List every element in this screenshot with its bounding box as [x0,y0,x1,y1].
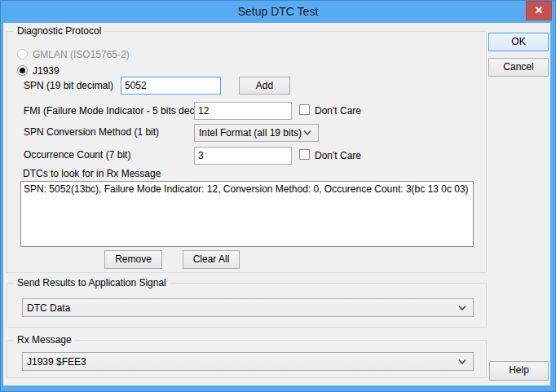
fmi-dont-care-checkbox[interactable] [299,104,310,115]
conversion-method-dropdown[interactable]: Intel Format (all 19 bits) [194,124,319,142]
fmi-input[interactable] [194,102,292,120]
cancel-button[interactable]: Cancel [488,58,549,77]
clear-all-button[interactable]: Clear All [183,250,240,269]
chevron-down-icon [458,359,466,364]
gmlan-radio [17,49,28,59]
dialog-client-area: Diagnostic Protocol GMLAN (ISO15765-2) J… [3,23,550,385]
occurrence-count-input[interactable] [194,147,292,165]
dtc-list-item[interactable]: SPN: 5052(13bc), Failure Mode Indicator:… [21,182,473,196]
rx-message-group-label: Rx Message [14,334,75,346]
diagnostic-protocol-group-label: Diagnostic Protocol [14,25,104,37]
fmi-label: FMI (Failure Mode Indicator - 5 bits dec… [24,105,215,117]
diagnostic-protocol-group: Diagnostic Protocol GMLAN (ISO15765-2) J… [7,31,487,273]
j1939-radio-label: J1939 [33,65,60,77]
dialog-title: Setup DTC Test [0,0,556,23]
setup-dtc-test-dialog: Setup DTC Test ✕ Diagnostic Protocol GML… [0,0,556,392]
fmi-dont-care-label: Don't Care [315,105,361,117]
spn-label: SPN (19 bit decimal) [24,80,113,91]
occurrence-dont-care-label: Don't Care [315,150,361,161]
occurrence-count-label: Occurrence Count (7 bit) [24,149,130,161]
send-results-dropdown[interactable]: DTC Data [22,298,474,317]
title-bar[interactable]: Setup DTC Test ✕ [0,0,556,23]
close-icon: ✕ [535,4,544,16]
conversion-method-label: SPN Conversion Method (1 bit) [24,126,159,138]
j1939-radio[interactable] [17,65,28,76]
rx-message-value: J1939 $FEE3 [27,356,86,368]
spn-input[interactable] [121,77,221,95]
send-results-value: DTC Data [27,302,70,314]
dtc-list-label: DTCs to look for in Rx Message [23,168,161,179]
send-results-group-label: Send Results to Application Signal [14,277,170,288]
close-button[interactable]: ✕ [526,1,552,20]
rx-message-group: Rx Message J1939 $FEE3 [7,340,487,378]
gmlan-radio-label: GMLAN (ISO15765-2) [33,49,130,60]
ok-button[interactable]: OK [488,33,549,51]
add-button[interactable]: Add [239,77,290,95]
occurrence-dont-care-checkbox[interactable] [299,149,310,160]
chevron-down-icon [458,305,466,311]
conversion-method-value: Intel Format (all 19 bits) [199,127,302,139]
send-results-group: Send Results to Application Signal DTC D… [7,283,487,328]
help-button[interactable]: Help [489,361,549,381]
dtc-listbox[interactable]: SPN: 5052(13bc), Failure Mode Indicator:… [20,181,474,247]
rx-message-dropdown[interactable]: J1939 $FEE3 [22,352,474,371]
chevron-down-icon [303,130,311,136]
remove-button[interactable]: Remove [104,250,162,269]
